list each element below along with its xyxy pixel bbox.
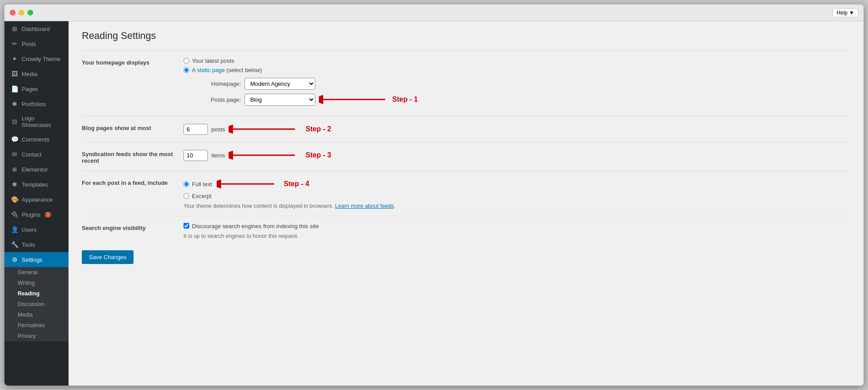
media-icon: 🖼 xyxy=(11,70,19,78)
search-visibility-row: Search engine visibility Discourage sear… xyxy=(82,216,850,246)
submenu-item-media-settings[interactable]: Media xyxy=(4,310,69,320)
templates-icon: ✱ xyxy=(11,180,19,188)
settings-table: Your homepage displays Your latest posts… xyxy=(82,50,850,246)
sidebar-item-logo-showcases[interactable]: ⊟ Logo Showcases xyxy=(4,111,69,132)
traffic-lights xyxy=(10,10,33,15)
pages-icon: 📄 xyxy=(11,85,19,93)
learn-more-feeds-link[interactable]: Learn more about feeds xyxy=(335,203,394,209)
minimize-button[interactable] xyxy=(19,10,24,15)
close-button[interactable] xyxy=(10,10,15,15)
search-visibility-label: Search engine visibility xyxy=(82,223,184,231)
syndication-feeds-field: items Step - 3 xyxy=(184,149,850,161)
latest-posts-option: Your latest posts xyxy=(184,57,850,64)
posts-page-label: Posts page: xyxy=(192,96,241,103)
syndication-feeds-input-group: items Step - 3 xyxy=(184,149,850,161)
sidebar-item-contact[interactable]: ✉ Contact xyxy=(4,147,69,162)
homepage-displays-field: Your latest posts A static page (select … xyxy=(184,57,850,109)
submenu-item-writing[interactable]: Writing xyxy=(4,278,69,288)
feed-include-label: For each post in a feed, include xyxy=(82,178,184,186)
users-icon: 👤 xyxy=(11,226,19,233)
step4-label: Step - 4 xyxy=(284,180,310,188)
sub-fields: Homepage: Modern Agency Posts page: Blog xyxy=(192,78,850,106)
sidebar-item-elementor[interactable]: ⊕ Elementor xyxy=(4,162,69,177)
sidebar-item-posts[interactable]: ✏ Posts xyxy=(4,36,69,51)
step4-arrow-svg xyxy=(217,178,279,190)
contact-icon: ✉ xyxy=(11,150,19,158)
homepage-displays-row: Your homepage displays Your latest posts… xyxy=(82,50,850,116)
page-title: Reading Settings xyxy=(82,30,850,42)
sidebar-item-templates[interactable]: ✱ Templates xyxy=(4,177,69,192)
static-page-radio[interactable] xyxy=(184,67,189,73)
appearance-icon: 🎨 xyxy=(11,195,19,203)
save-changes-button[interactable]: Save Changes xyxy=(82,250,134,264)
static-page-link[interactable]: static page xyxy=(197,67,225,73)
titlebar: Help ▼ xyxy=(4,4,864,21)
plugins-icon: 🔌 xyxy=(11,210,19,218)
sidebar-item-crowdy-theme[interactable]: ✦ Crowdy Theme xyxy=(4,51,69,66)
full-text-radio[interactable] xyxy=(184,181,189,187)
homepage-select[interactable]: Modern Agency xyxy=(245,78,315,90)
search-visibility-field: Discourage search engines from indexing … xyxy=(184,223,850,239)
settings-icon: ⚙ xyxy=(11,256,19,264)
portfolios-icon: ✱ xyxy=(11,100,19,108)
syndication-feeds-input[interactable] xyxy=(184,150,208,161)
sidebar-item-tools[interactable]: 🔧 Tools xyxy=(4,237,69,252)
sidebar-item-users[interactable]: 👤 Users xyxy=(4,222,69,237)
maximize-button[interactable] xyxy=(27,10,33,15)
sidebar-item-comments[interactable]: 💬 Comments xyxy=(4,132,69,147)
excerpt-option: Excerpt xyxy=(184,193,850,199)
step1-annotation: Step - 1 xyxy=(319,93,418,106)
homepage-select-row: Homepage: Modern Agency xyxy=(192,78,850,90)
sidebar-item-portfolios[interactable]: ✱ Portfolios xyxy=(4,96,69,111)
submenu-item-reading[interactable]: Reading xyxy=(4,288,69,299)
step2-arrow-svg xyxy=(229,123,299,135)
blog-pages-label: Blog pages show at most xyxy=(82,123,184,131)
sidebar-item-dashboard[interactable]: ⊞ Dashboard xyxy=(4,21,69,36)
sidebar-item-settings[interactable]: ⚙ Settings xyxy=(4,252,69,267)
excerpt-label: Excerpt xyxy=(192,193,211,199)
tools-icon: 🔧 xyxy=(11,241,19,249)
search-visibility-info: It is up to search engines to honor this… xyxy=(184,233,850,239)
blog-pages-row: Blog pages show at most posts xyxy=(82,116,850,142)
sidebar: ⊞ Dashboard ✏ Posts ✦ Crowdy Theme 🖼 Med… xyxy=(4,21,69,386)
app-body: ⊞ Dashboard ✏ Posts ✦ Crowdy Theme 🖼 Med… xyxy=(4,21,864,386)
dashboard-icon: ⊞ xyxy=(11,25,19,33)
syndication-feeds-suffix: items xyxy=(211,152,225,159)
step3-arrow-svg xyxy=(229,149,299,161)
settings-submenu: General Writing Reading Discussion Media… xyxy=(4,267,69,341)
blog-pages-suffix: posts xyxy=(211,126,225,133)
homepage-displays-label: Your homepage displays xyxy=(82,57,184,66)
step1-label: Step - 1 xyxy=(392,96,418,103)
sidebar-item-pages[interactable]: 📄 Pages xyxy=(4,81,69,96)
syndication-feeds-row: Syndication feeds show the most recent i… xyxy=(82,142,850,171)
posts-icon: ✏ xyxy=(11,40,19,48)
homepage-select-label: Homepage: xyxy=(192,80,241,87)
blog-pages-input-group: posts Step - 2 xyxy=(184,123,850,135)
submenu-item-discussion[interactable]: Discussion xyxy=(4,299,69,310)
sidebar-item-appearance[interactable]: 🎨 Appearance xyxy=(4,192,69,207)
syndication-feeds-label: Syndication feeds show the most recent xyxy=(82,149,184,164)
excerpt-radio[interactable] xyxy=(184,193,189,199)
app-window: Help ▼ ⊞ Dashboard ✏ Posts ✦ Crowdy Them… xyxy=(4,4,864,386)
step2-label: Step - 2 xyxy=(306,125,331,133)
help-button[interactable]: Help ▼ xyxy=(833,8,858,17)
feed-include-field: Full text Step - 4 xyxy=(184,178,850,209)
submenu-item-privacy[interactable]: Privacy xyxy=(4,331,69,341)
sidebar-item-media[interactable]: 🖼 Media xyxy=(4,66,69,81)
main-content: Reading Settings Your homepage displays … xyxy=(69,21,864,386)
crowdy-theme-icon: ✦ xyxy=(11,55,19,63)
latest-posts-radio[interactable] xyxy=(184,58,189,64)
blog-pages-input[interactable] xyxy=(184,124,208,135)
full-text-label: Full text xyxy=(192,181,212,187)
sidebar-item-plugins[interactable]: 🔌 Plugins 1 xyxy=(4,207,69,222)
elementor-icon: ⊕ xyxy=(11,165,19,173)
comments-icon: 💬 xyxy=(11,135,19,143)
logo-showcases-icon: ⊟ xyxy=(11,118,19,126)
search-visibility-checkbox[interactable] xyxy=(184,223,189,229)
feed-info-text: Your theme determines how content is dis… xyxy=(184,203,850,209)
submenu-item-permalinks[interactable]: Permalinks xyxy=(4,320,69,331)
plugins-badge: 1 xyxy=(45,212,52,218)
blog-pages-field: posts Step - 2 xyxy=(184,123,850,135)
posts-page-select[interactable]: Blog xyxy=(245,94,315,106)
submenu-item-general[interactable]: General xyxy=(4,267,69,278)
